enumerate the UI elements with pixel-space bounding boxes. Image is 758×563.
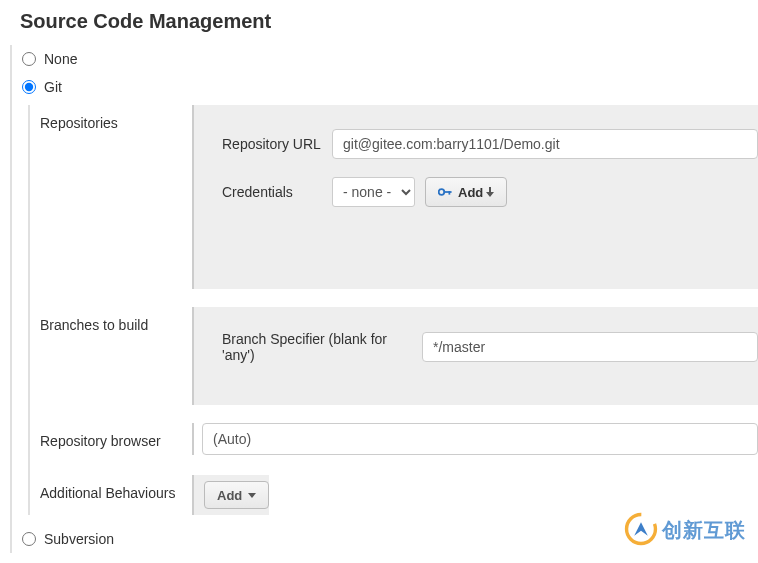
radio-subversion[interactable] xyxy=(22,532,36,546)
page-title: Source Code Management xyxy=(0,0,758,45)
branch-spec-label: Branch Specifier (blank for 'any') xyxy=(222,331,422,363)
repositories-panel: Repository URL Credentials - none - xyxy=(192,105,758,289)
svg-rect-2 xyxy=(449,191,451,195)
svg-point-0 xyxy=(439,189,445,195)
repo-browser-select[interactable]: (Auto) xyxy=(202,423,758,455)
branches-section: Branches to build Branch Specifier (blan… xyxy=(32,307,758,405)
branches-panel: Branch Specifier (blank for 'any') xyxy=(192,307,758,405)
repositories-label: Repositories xyxy=(32,105,192,131)
branch-spec-row: Branch Specifier (blank for 'any') xyxy=(222,331,758,363)
branch-spec-input[interactable] xyxy=(422,332,758,362)
git-config: Repositories Repository URL Credentials … xyxy=(28,105,758,515)
scm-option-subversion[interactable]: Subversion xyxy=(22,525,758,553)
repo-browser-value: (Auto) xyxy=(213,431,251,447)
chevron-down-icon xyxy=(248,493,256,498)
add-behaviour-label: Add xyxy=(217,488,242,503)
key-icon xyxy=(438,186,452,198)
additional-behaviours-section: Additional Behaviours Add xyxy=(32,475,758,515)
additional-behaviours-label: Additional Behaviours xyxy=(32,475,192,501)
add-credentials-label: Add xyxy=(458,185,483,200)
chevron-down-icon xyxy=(486,185,494,200)
credentials-select[interactable]: - none - xyxy=(332,177,415,207)
scm-section: None Git Repositories Repository URL Cre… xyxy=(10,45,758,553)
credentials-label: Credentials xyxy=(222,184,332,200)
radio-git[interactable] xyxy=(22,80,36,94)
radio-none[interactable] xyxy=(22,52,36,66)
radio-subversion-label: Subversion xyxy=(44,531,114,547)
repo-browser-label: Repository browser xyxy=(32,423,192,449)
scm-option-none[interactable]: None xyxy=(22,45,758,73)
scm-option-git[interactable]: Git xyxy=(22,73,758,101)
repo-url-row: Repository URL xyxy=(222,129,758,159)
branches-label: Branches to build xyxy=(32,307,192,333)
add-credentials-button[interactable]: Add xyxy=(425,177,507,207)
repositories-section: Repositories Repository URL Credentials … xyxy=(32,105,758,289)
radio-git-label: Git xyxy=(44,79,62,95)
repo-browser-section: Repository browser (Auto) xyxy=(32,423,758,455)
radio-none-label: None xyxy=(44,51,77,67)
credentials-row: Credentials - none - xyxy=(222,177,758,207)
svg-rect-1 xyxy=(444,191,452,193)
repo-url-label: Repository URL xyxy=(222,136,332,152)
add-behaviour-button[interactable]: Add xyxy=(204,481,269,509)
repo-url-input[interactable] xyxy=(332,129,758,159)
